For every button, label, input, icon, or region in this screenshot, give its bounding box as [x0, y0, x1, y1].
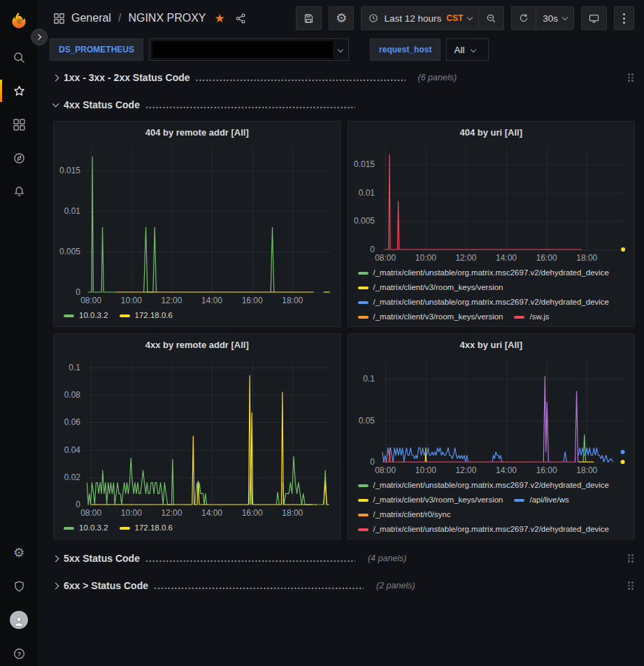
sidebar-item-starred[interactable]: [0, 74, 38, 108]
sidebar-expand-button[interactable]: [31, 29, 48, 45]
time-range-picker[interactable]: Last 12 hours CST: [362, 7, 478, 29]
sidebar-item-alerting[interactable]: [0, 175, 38, 208]
breadcrumb-separator: /: [118, 12, 121, 24]
svg-text:16:00: 16:00: [536, 465, 557, 475]
save-dashboard-button[interactable]: [296, 6, 322, 30]
svg-text:14:00: 14:00: [201, 508, 222, 518]
panel-legend: 10.0.3.2172.18.0.6: [54, 307, 341, 326]
legend-item[interactable]: 10.0.3.2: [64, 309, 108, 322]
favorite-star-icon[interactable]: ★: [215, 11, 225, 26]
dashboard-settings-button[interactable]: ⚙: [329, 6, 354, 30]
sidebar-item-dashboards[interactable]: [0, 108, 38, 141]
sidebar-item-profile[interactable]: [0, 603, 38, 637]
legend-item[interactable]: /_matrix/client/unstable/org.matrix.msc2…: [358, 296, 610, 309]
svg-text:10:00: 10:00: [121, 508, 142, 518]
svg-text:14:00: 14:00: [496, 465, 517, 475]
breadcrumb-dashboard[interactable]: NGINX PROXY: [128, 12, 206, 24]
svg-text:08:00: 08:00: [80, 508, 101, 518]
legend-swatch: [358, 301, 368, 304]
panel-legend: 10.0.3.2172.18.0.6: [54, 520, 341, 539]
legend-item[interactable]: /_matrix/client/unstable/org.matrix.msc2…: [358, 523, 610, 536]
panel-title[interactable]: 404 by uri [All]: [348, 122, 635, 143]
chevron-right-icon: [52, 582, 59, 589]
svg-text:0.01: 0.01: [64, 206, 81, 216]
legend-item[interactable]: 172.18.0.6: [120, 521, 173, 535]
main-area: General / NGINX PROXY ★ ⚙: [38, 0, 644, 666]
dashboard-header: General / NGINX PROXY ★ ⚙: [38, 0, 644, 36]
legend-item[interactable]: /_matrix/client/v3/room_keys/version: [358, 493, 503, 507]
zoom-out-icon: [485, 13, 497, 24]
time-series-chart[interactable]: 08:0010:0012:0014:0016:0018:000.0150.010…: [348, 143, 635, 265]
breadcrumb: General / NGINX PROXY ★: [52, 11, 247, 26]
row-panel-count: (4 panels): [368, 553, 407, 563]
row-drag-handle[interactable]: [628, 554, 634, 563]
legend-item[interactable]: /_matrix/client/v3/room_keys/version: [358, 281, 503, 294]
svg-text:12:00: 12:00: [161, 508, 182, 518]
gear-icon: ⚙: [336, 12, 347, 24]
refresh-interval-dropdown[interactable]: 30s: [536, 7, 573, 29]
cycle-view-mode-button[interactable]: [581, 6, 607, 30]
legend-swatch: [120, 527, 130, 530]
legend-swatch: [514, 316, 524, 319]
sidebar-item-search[interactable]: [0, 41, 38, 74]
time-series-chart[interactable]: 08:0010:0012:0014:0016:0018:000.10.080.0…: [54, 355, 341, 520]
legend-item[interactable]: /_matrix/client/r0/sync: [358, 508, 451, 521]
share-icon[interactable]: [235, 13, 247, 24]
breadcrumb-folder[interactable]: General: [71, 12, 111, 24]
svg-text:18:00: 18:00: [282, 508, 303, 518]
row-4xx[interactable]: 4xx Status Code ........................…: [53, 95, 635, 115]
row-title: 4xx Status Code: [64, 99, 140, 110]
legend-item[interactable]: /_matrix/client/v3/room_keys/version: [358, 310, 503, 324]
time-picker-group: Last 12 hours CST: [361, 6, 504, 30]
svg-text:18:00: 18:00: [282, 296, 303, 305]
legend-item[interactable]: /sw.js: [514, 310, 549, 324]
sidebar-item-explore[interactable]: [0, 141, 38, 175]
legend-swatch: [358, 514, 368, 516]
request-host-variable-select[interactable]: All: [446, 38, 489, 61]
sidebar-item-help[interactable]: ?: [0, 637, 38, 666]
svg-text:0.1: 0.1: [363, 374, 375, 384]
svg-text:16:00: 16:00: [536, 253, 557, 263]
datasource-variable-label[interactable]: DS_PROMETHEUS: [50, 38, 143, 61]
time-series-chart[interactable]: 08:0010:0012:0014:0016:0018:000.0150.010…: [54, 143, 341, 307]
zoom-out-button[interactable]: [478, 7, 503, 29]
sidebar-item-server-admin[interactable]: [0, 570, 38, 603]
panel-4xx-by-uri-all-: 4xx by uri [All]08:0010:0012:0014:0016:0…: [348, 333, 636, 540]
legend-item[interactable]: /api/live/ws: [514, 493, 568, 507]
datasource-variable-select[interactable]: [149, 38, 349, 61]
panel-title[interactable]: 404 by remote addr [All]: [54, 122, 341, 143]
svg-text:?: ?: [17, 650, 21, 658]
svg-text:10:00: 10:00: [415, 465, 436, 475]
refresh-interval-label: 30s: [543, 13, 558, 24]
legend-label: /_matrix/client/unstable/org.matrix.msc2…: [373, 266, 610, 280]
svg-text:12:00: 12:00: [455, 465, 476, 475]
refresh-button[interactable]: [512, 7, 536, 29]
legend-item[interactable]: /_matrix/client/unstable/org.matrix.msc2…: [358, 266, 610, 280]
row-5xx[interactable]: 5xx Status Code ........................…: [53, 549, 635, 568]
time-series-chart[interactable]: 08:0010:0012:0014:0016:0018:000.10.050: [348, 355, 635, 477]
legend-item[interactable]: /_matrix/client/unstable/org.matrix.msc2…: [358, 479, 610, 492]
panel-title[interactable]: 4xx by remote addr [All]: [54, 334, 341, 355]
sidebar-item-configuration[interactable]: ⚙: [0, 536, 38, 570]
svg-text:0.015: 0.015: [59, 166, 80, 175]
refresh-group: 30s: [511, 6, 574, 30]
svg-text:0.015: 0.015: [353, 159, 374, 169]
legend-item[interactable]: 10.0.3.2: [64, 521, 108, 535]
svg-text:14:00: 14:00: [201, 296, 222, 305]
time-range-label: Last 12 hours: [384, 13, 441, 24]
panels-grid: 404 by remote addr [All]08:0010:0012:001…: [53, 121, 635, 540]
panel-title[interactable]: 4xx by uri [All]: [348, 334, 635, 355]
svg-text:0: 0: [370, 457, 375, 467]
shield-icon: [12, 579, 27, 594]
legend-swatch: [64, 314, 74, 317]
row-drag-handle[interactable]: [628, 73, 634, 82]
legend-item[interactable]: 172.18.0.6: [120, 309, 173, 322]
row-1xx-3xx-2xx[interactable]: 1xx - 3xx - 2xx Status Code ............…: [53, 68, 635, 87]
legend-label: /sw.js: [529, 310, 549, 324]
row-drag-handle[interactable]: [628, 581, 634, 590]
row-6xx[interactable]: 6xx > Status Code ......................…: [53, 576, 635, 595]
request-host-variable-label[interactable]: request_host: [370, 38, 441, 61]
more-options-button[interactable]: [614, 6, 634, 30]
legend-label: 172.18.0.6: [135, 309, 173, 322]
legend-swatch: [358, 484, 368, 487]
